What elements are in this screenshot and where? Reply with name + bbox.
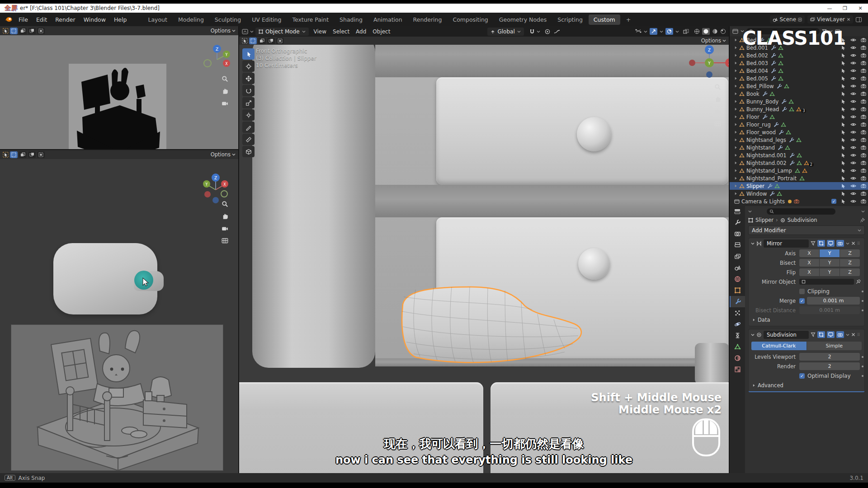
falloff-curve-icon[interactable] — [554, 29, 560, 34]
viewport-b-options[interactable]: Options — [211, 151, 236, 158]
drag-handle-icon[interactable]: ⠿ — [857, 241, 861, 246]
hide-eye-icon[interactable] — [850, 99, 856, 104]
merge-value-field[interactable]: 0.001 m — [807, 297, 860, 305]
edit-mode-display-icon[interactable] — [817, 331, 825, 338]
mirror-object-field[interactable] — [799, 279, 854, 285]
zoom-icon[interactable] — [220, 199, 230, 209]
tab-layout[interactable]: Layout — [143, 14, 172, 25]
outliner-row[interactable]: Book — [730, 90, 868, 98]
mirror-bisect-toggle[interactable]: XYZ — [799, 259, 860, 267]
selectable-icon[interactable] — [841, 199, 846, 204]
render-visibility-icon[interactable] — [861, 122, 866, 127]
outliner-row[interactable]: Bunny_Body — [730, 98, 868, 105]
tab-uv-editing[interactable]: UV Editing — [247, 14, 286, 25]
properties-tab-object[interactable] — [730, 285, 745, 296]
properties-search[interactable] — [767, 208, 835, 215]
zoom-icon[interactable] — [220, 74, 230, 84]
selectable-icon[interactable] — [841, 130, 846, 135]
grid-ortho-icon[interactable] — [712, 118, 722, 128]
viewport-menu-view[interactable]: View — [311, 27, 330, 36]
eyedropper-icon[interactable] — [856, 279, 861, 284]
properties-tab-texture[interactable] — [730, 364, 745, 375]
selectable-icon[interactable] — [841, 160, 846, 165]
menu-file[interactable]: File — [14, 14, 32, 25]
tab-modeling[interactable]: Modeling — [173, 14, 209, 25]
add-cube-tool[interactable] — [242, 146, 255, 157]
animate-dot[interactable] — [862, 366, 863, 367]
animate-dot[interactable] — [862, 300, 863, 302]
chevron-down-icon[interactable] — [861, 210, 865, 213]
close-button[interactable]: ✕ — [853, 5, 868, 11]
render-visibility-icon[interactable] — [861, 199, 866, 204]
viewport-menu-add[interactable]: Add — [353, 27, 369, 36]
selectable-icon[interactable] — [841, 68, 846, 73]
tab-texture-paint[interactable]: Texture Paint — [287, 14, 334, 25]
properties-tab-particles[interactable] — [730, 307, 745, 319]
nav-gizmo-a[interactable]: Z Y X — [201, 43, 233, 75]
menu-window[interactable]: Window — [80, 14, 110, 25]
outliner-row[interactable]: Bed.005 — [730, 75, 868, 82]
hide-eye-icon[interactable] — [850, 68, 856, 73]
hide-eye-icon[interactable] — [850, 84, 856, 89]
selectable-icon[interactable] — [841, 168, 846, 173]
hide-eye-icon[interactable] — [850, 176, 856, 181]
hide-eye-icon[interactable] — [850, 130, 856, 135]
tab-scripting[interactable]: Scripting — [552, 14, 588, 25]
selectable-icon[interactable] — [841, 122, 846, 127]
properties-tab-world[interactable] — [730, 273, 745, 285]
realtime-display-icon[interactable] — [827, 331, 835, 338]
select-box-mode[interactable] — [249, 38, 257, 44]
pan-hand-icon[interactable] — [220, 86, 230, 96]
viewport-a-canvas[interactable]: Z Y X — [0, 35, 238, 149]
clipping-checkbox[interactable] — [799, 289, 805, 294]
hide-eye-icon[interactable] — [850, 38, 856, 42]
select-subtract-mode[interactable] — [28, 151, 36, 158]
pan-hand-icon[interactable] — [220, 211, 230, 221]
overlays-toggle-icon[interactable] — [665, 28, 673, 35]
selectable-icon[interactable] — [841, 99, 846, 104]
viewport-canvas[interactable]: Front Orthographic (3) Collection | Slip… — [239, 45, 729, 473]
pin-icon[interactable] — [860, 218, 865, 223]
orientation-dropdown[interactable]: Global — [487, 28, 524, 36]
data-subpanel[interactable]: Data — [749, 315, 864, 323]
render-visibility-icon[interactable] — [861, 38, 866, 42]
properties-tab-physics[interactable] — [730, 319, 745, 330]
selectable-icon[interactable] — [841, 176, 846, 181]
merge-checkbox[interactable]: ✓ — [799, 298, 805, 304]
render-visibility-icon[interactable] — [861, 76, 866, 81]
outliner-row[interactable]: Bed.002 — [730, 52, 868, 59]
hide-eye-icon[interactable] — [850, 76, 856, 81]
render-visibility-icon[interactable] — [861, 137, 866, 142]
vertex-group-filter-icon[interactable] — [811, 332, 816, 337]
outliner-row[interactable]: Floor — [730, 113, 868, 121]
levels-viewport-field[interactable]: 2 — [799, 353, 860, 361]
selectable-icon[interactable] — [841, 191, 846, 196]
menu-render[interactable]: Render — [51, 14, 80, 25]
gizmos-toggle-icon[interactable] — [650, 28, 657, 35]
add-modifier-button[interactable]: Add Modifier — [748, 225, 865, 235]
selectable-icon[interactable] — [841, 91, 846, 96]
properties-tab-modifiers[interactable] — [730, 296, 745, 307]
render-visibility-icon[interactable] — [861, 68, 866, 73]
animate-dot[interactable] — [862, 310, 863, 311]
tab-shading[interactable]: Shading — [335, 14, 368, 25]
select-extend-mode[interactable] — [19, 151, 27, 158]
menu-edit[interactable]: Edit — [32, 14, 51, 25]
viewport-a-options[interactable]: Options — [211, 28, 236, 34]
hide-eye-icon[interactable] — [850, 61, 856, 66]
breadcrumb-object[interactable]: Slipper — [755, 217, 774, 223]
breadcrumb-modifier[interactable]: Subdivision — [788, 217, 817, 223]
tweak-tool-icon[interactable] — [3, 152, 9, 158]
viewport-menu-select[interactable]: Select — [330, 27, 353, 36]
rotate-tool[interactable] — [242, 85, 255, 96]
selectable-icon[interactable] — [841, 114, 846, 119]
outliner-row[interactable]: Nightstand.0022 — [730, 159, 868, 167]
show-object-types-icon[interactable] — [635, 29, 642, 34]
chevron-down-icon[interactable] — [846, 242, 849, 245]
optimal-display-checkbox[interactable]: ✓ — [799, 373, 805, 379]
blender-logo-icon[interactable] — [5, 16, 13, 23]
select-invert-mode[interactable] — [37, 28, 45, 34]
selectable-icon[interactable] — [841, 145, 846, 150]
tweak-tool-icon[interactable] — [3, 28, 9, 34]
render-visibility-icon[interactable] — [861, 176, 866, 181]
